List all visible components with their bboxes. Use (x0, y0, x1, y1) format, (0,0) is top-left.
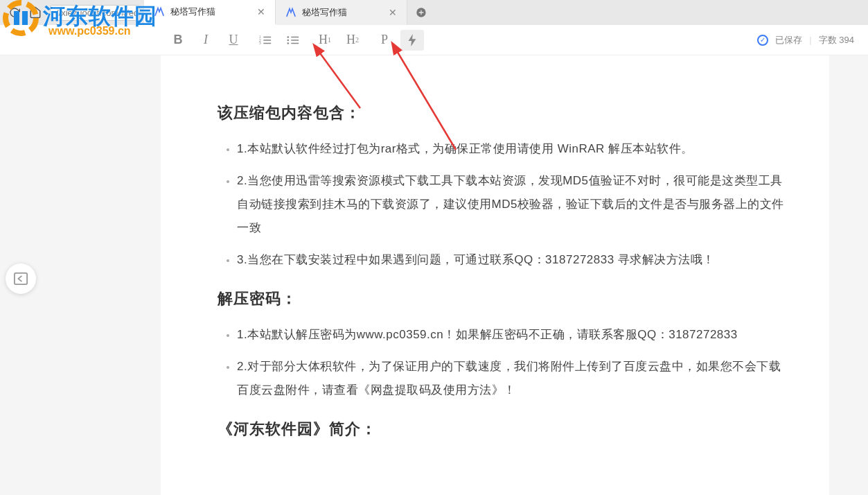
h2-button[interactable]: H2 (341, 30, 364, 51)
svg-text:3: 3 (259, 41, 261, 45)
document-editor[interactable]: 该压缩包内容包含： 1.本站默认软件经过打包为rar格式，为确保正常使用请使用 … (161, 55, 829, 495)
heading-unzip-password: 解压密码： (218, 288, 786, 309)
url-input[interactable]: //xiezuocat.com/#/ed (50, 5, 140, 21)
browser-chrome: //xiezuocat.com/#/ed 秘塔写作猫 ✕ 秘塔写作猫 ✕ (0, 0, 868, 25)
list-item: 2.对于部分大体积软件，为了保证用户的下载速度，我们将附件上传到了百度云盘中，如… (237, 355, 786, 402)
unordered-list-button[interactable] (281, 30, 305, 51)
tab-title: 秘塔写作猫 (170, 6, 215, 18)
list-section-1: 1.本站默认软件经过打包为rar格式，为确保正常使用请使用 WinRAR 解压本… (218, 137, 786, 272)
bold-button[interactable]: B (166, 30, 190, 51)
svg-point-8 (287, 39, 289, 41)
tab-1[interactable]: 秘塔写作猫 ✕ (144, 0, 276, 25)
tab-2[interactable]: 秘塔写作猫 ✕ (276, 0, 407, 25)
tab-title: 秘塔写作猫 (302, 6, 347, 19)
editor-toolbar-row: B I U 123 H1 H2 P ✓ 已保存 | 字数 394 (0, 25, 868, 55)
italic-button[interactable]: I (194, 30, 218, 51)
favicon-icon (154, 6, 165, 17)
editor-toolbar: B I U 123 H1 H2 P (166, 30, 424, 51)
heading-package-contents: 该压缩包内容包含： (218, 103, 786, 123)
paragraph-button[interactable]: P (373, 30, 396, 51)
reload-icon[interactable] (8, 6, 21, 19)
underline-button[interactable]: U (222, 30, 245, 51)
h1-button[interactable]: H1 (313, 30, 337, 51)
word-count-label: 字数 394 (819, 34, 854, 46)
svg-point-7 (287, 36, 289, 38)
saved-check-icon: ✓ (757, 35, 768, 46)
browser-nav (0, 6, 50, 19)
list-section-2: 1.本站默认解压密码为www.pc0359.cn！如果解压密码不正确，请联系客服… (218, 323, 786, 402)
ordered-list-button[interactable]: 123 (254, 30, 277, 51)
new-tab-button[interactable] (407, 0, 435, 25)
list-item: 1.本站默认软件经过打包为rar格式，为确保正常使用请使用 WinRAR 解压本… (237, 137, 786, 161)
status-area: ✓ 已保存 | 字数 394 (757, 34, 854, 46)
saved-label: 已保存 (775, 34, 802, 46)
divider: | (809, 35, 811, 45)
close-icon[interactable]: ✕ (257, 6, 265, 17)
collapse-sidebar-button[interactable] (6, 263, 36, 294)
list-item: 3.当您在下载安装过程中如果遇到问题，可通过联系QQ：3187272833 寻求… (237, 248, 786, 272)
home-icon[interactable] (29, 6, 42, 19)
close-icon[interactable]: ✕ (389, 7, 397, 18)
ai-bolt-button[interactable] (400, 30, 424, 51)
favicon-icon (285, 7, 296, 18)
heading-about: 《河东软件园》简介： (218, 419, 786, 440)
tab-strip: 秘塔写作猫 ✕ 秘塔写作猫 ✕ (144, 0, 435, 25)
list-item: 1.本站默认解压密码为www.pc0359.cn！如果解压密码不正确，请联系客服… (237, 323, 786, 347)
list-item: 2.当您使用迅雷等搜索资源模式下载工具下载本站资源，发现MD5值验证不对时，很可… (237, 169, 786, 240)
svg-point-9 (287, 42, 289, 44)
svg-rect-12 (15, 273, 27, 284)
